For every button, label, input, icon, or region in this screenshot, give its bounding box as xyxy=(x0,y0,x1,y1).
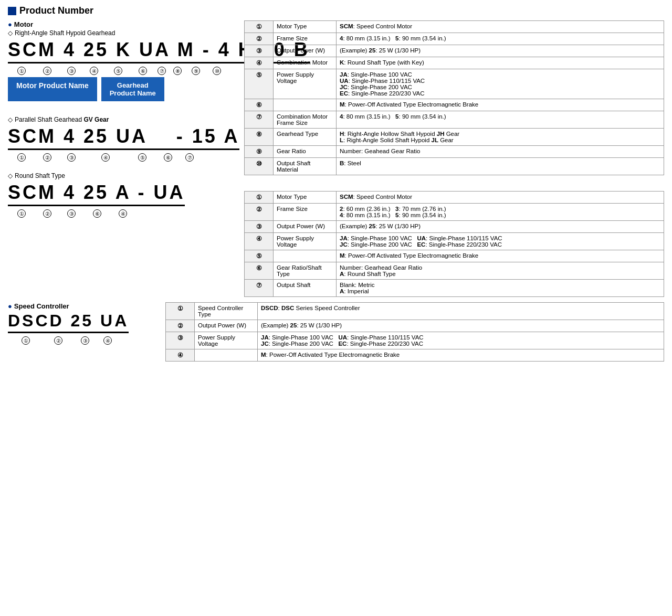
name-boxes-ra: Motor Product Name Gearhead Product Name xyxy=(8,77,234,101)
col-label: Gear Ratio xyxy=(274,146,337,158)
product-code-ps: SCM 4 25 UA - 15 A xyxy=(8,125,239,150)
col-value: 4: 80 mm (3.15 in.) 5: 90 mm (3.54 in.) xyxy=(337,33,664,45)
row-header: ① xyxy=(245,21,274,33)
col-label: Motor Type xyxy=(274,192,337,204)
table-row: ① Speed ControllerType DSCD: DSC Series … xyxy=(166,303,664,320)
product-code-speed: DSCD 25 UA xyxy=(8,311,129,333)
right-panel-table1: ① Motor Type SCM: Speed Control Motor ② … xyxy=(244,20,664,297)
round-shaft-text: Round Shaft Type xyxy=(15,172,65,179)
left-panel: Motor Right-Angle Shaft Hypoid Gearhead … xyxy=(8,20,234,297)
row-header: ② xyxy=(245,204,274,221)
right-angle-label: Right-Angle Shaft Hypoid Gearhead xyxy=(8,29,234,37)
table-row: ⑨ Gear Ratio Number: Geahead Gear Ratio xyxy=(245,146,664,158)
table-row: ② Frame Size 4: 80 mm (3.15 in.) 5: 90 m… xyxy=(245,33,664,45)
circled-numbers-round: ① ② ③ ⑥ ④ xyxy=(8,209,234,218)
row-header: ③ xyxy=(245,221,274,233)
right-angle-section: Right-Angle Shaft Hypoid Gearhead SCM 4 … xyxy=(8,29,234,101)
table-row: ④ M: Power-Off Activated Type Electromag… xyxy=(166,349,664,362)
table-row: ③ Power Supply Voltage JA: Single-Phase … xyxy=(166,332,664,349)
page-title: Product Number xyxy=(19,5,93,16)
table-row: ⑥ Gear Ratio/ShaftType Number: Gearhead … xyxy=(245,262,664,280)
col-label: Power Supply Voltage xyxy=(274,69,337,99)
col-value: Blank: Metric A: Imperial xyxy=(337,280,664,297)
right-angle-code: SCM 4 25 K UA M - 4 H 10 B xyxy=(8,39,234,66)
row-header: ⑥ xyxy=(245,262,274,280)
col-label: Speed ControllerType xyxy=(195,303,258,320)
table-row: ③ Output Power (W) (Example) 25: 25 W (1… xyxy=(245,221,664,233)
col-label: Power Supply Voltage xyxy=(195,332,258,349)
table-row: ① Motor Type SCM: Speed Control Motor xyxy=(245,21,664,33)
round-shaft-section: Round Shaft Type SCM 4 25 A - UA ① ② ③ ⑥… xyxy=(8,172,234,218)
table-row: ⑧ Gearhead Type H: Right-Angle Hollow Sh… xyxy=(245,129,664,146)
row-header: ⑤ xyxy=(245,250,274,262)
table-speed-controller: ① Speed ControllerType DSCD: DSC Series … xyxy=(165,302,664,362)
motor-label: Motor xyxy=(8,20,234,28)
table-row: ⑤ M: Power-Off Activated Type Electromag… xyxy=(245,250,664,262)
col-value: (Example) 25: 25 W (1/30 HP) xyxy=(337,221,664,233)
col-label: Combination Motor xyxy=(274,57,337,69)
parallel-section: Parallel Shaft Gearhead GV Gear SCM 4 25… xyxy=(8,116,234,162)
row-header: ① xyxy=(245,192,274,204)
table-row: ⑦ Output Shaft Blank: Metric A: Imperial xyxy=(245,280,664,297)
col-value: B: Steel xyxy=(337,158,664,175)
row-header: ① xyxy=(166,303,195,320)
col-label: Output Power (W) xyxy=(274,45,337,57)
col-label xyxy=(274,250,337,262)
col-value: M: Power-Off Activated Type Electromagne… xyxy=(337,250,664,262)
col-label: Frame Size xyxy=(274,204,337,221)
col-label: Output Shaft xyxy=(274,280,337,297)
parallel-text: Parallel Shaft Gearhead GV Gear xyxy=(15,116,109,123)
col-label: Output Power (W) xyxy=(195,320,258,332)
gearhead-product-name-box: Gearhead Product Name xyxy=(101,77,164,101)
col-value: Number: Gearhead Gear Ratio A: Round Sha… xyxy=(337,262,664,280)
speed-controller-label: Speed Controller xyxy=(8,302,155,310)
row-header: ② xyxy=(245,33,274,45)
circled-numbers-ps: ① ② ③ ④ ⑤ ⑥ ⑦ xyxy=(8,153,234,162)
col-value: JA: Single-Phase 100 VAC UA: Single-Phas… xyxy=(258,332,664,349)
table-parallel: ① Motor Type SCM: Speed Control Motor ② … xyxy=(244,191,664,297)
motor-product-name-box: Motor Product Name xyxy=(8,77,97,101)
col-value: SCM: Speed Control Motor xyxy=(337,192,664,204)
speed-left-panel: Speed Controller DSCD 25 UA ① ② ③ ④ xyxy=(8,302,155,362)
speed-code: DSCD 25 UA xyxy=(8,311,155,335)
row-header: ④ xyxy=(245,57,274,69)
row-header: ⑦ xyxy=(245,111,274,129)
col-value: JA: Single-Phase 100 VAC UA: Single-Phas… xyxy=(337,233,664,250)
table-row: ② Frame Size 2: 60 mm (2.36 in.) 3: 70 m… xyxy=(245,204,664,221)
row-header: ② xyxy=(166,320,195,332)
col-value: H: Right-Angle Hollow Shaft Hypoid JH Ge… xyxy=(337,129,664,146)
col-label: Motor Type xyxy=(274,21,337,33)
col-label: Combination MotorFrame Size xyxy=(274,111,337,129)
col-label: Gearhead Type xyxy=(274,129,337,146)
parallel-label: Parallel Shaft Gearhead GV Gear xyxy=(8,116,234,123)
row-header: ⑤ xyxy=(245,69,274,99)
col-value: 4: 80 mm (3.15 in.) 5: 90 mm (3.54 in.) xyxy=(337,111,664,129)
row-header: ⑨ xyxy=(245,146,274,158)
col-label: Gear Ratio/ShaftType xyxy=(274,262,337,280)
round-shaft-label: Round Shaft Type xyxy=(8,172,234,179)
row-header: ⑧ xyxy=(245,129,274,146)
col-value: JA: Single-Phase 100 VAC UA: Single-Phas… xyxy=(337,69,664,99)
circled-numbers-speed: ① ② ③ ④ xyxy=(8,336,155,345)
product-code-round: SCM 4 25 A - UA xyxy=(8,182,185,206)
table-row-group-label: ⑦ Combination MotorFrame Size 4: 80 mm (… xyxy=(245,111,664,129)
round-code: SCM 4 25 A - UA xyxy=(8,182,234,208)
row-header: ④ xyxy=(166,349,195,362)
table-row: ④ Combination Motor K: Round Shaft Type … xyxy=(245,57,664,69)
right-angle-text: Right-Angle Shaft Hypoid Gearhead xyxy=(15,29,115,37)
table-row: ⑩ Output Shaft Material B: Steel xyxy=(245,158,664,175)
col-value: (Example) 25: 25 W (1/30 HP) xyxy=(337,45,664,57)
col-label: Frame Size xyxy=(274,33,337,45)
row-header: ⑩ xyxy=(245,158,274,175)
col-label xyxy=(195,349,258,362)
table-row: ③ Output Power (W) (Example) 25: 25 W (1… xyxy=(245,45,664,57)
table-right-angle: ① Motor Type SCM: Speed Control Motor ② … xyxy=(244,20,664,175)
col-value: M: Power-Off Activated Type Electromagne… xyxy=(258,349,664,362)
col-value: M: Power-Off Activated Type Electromagne… xyxy=(337,99,664,111)
row-header: ⑥ xyxy=(245,99,274,111)
col-value: (Example) 25: 25 W (1/30 HP) xyxy=(258,320,664,332)
parallel-code: SCM 4 25 UA - 15 A xyxy=(8,125,234,152)
speed-right-panel: ① Speed ControllerType DSCD: DSC Series … xyxy=(165,302,664,362)
circled-numbers-ra: ① ② ③ ④ ⑤ ⑥ ⑦ ⑧ ⑨ ⑩ xyxy=(8,67,234,75)
table-row: ② Output Power (W) (Example) 25: 25 W (1… xyxy=(166,320,664,332)
